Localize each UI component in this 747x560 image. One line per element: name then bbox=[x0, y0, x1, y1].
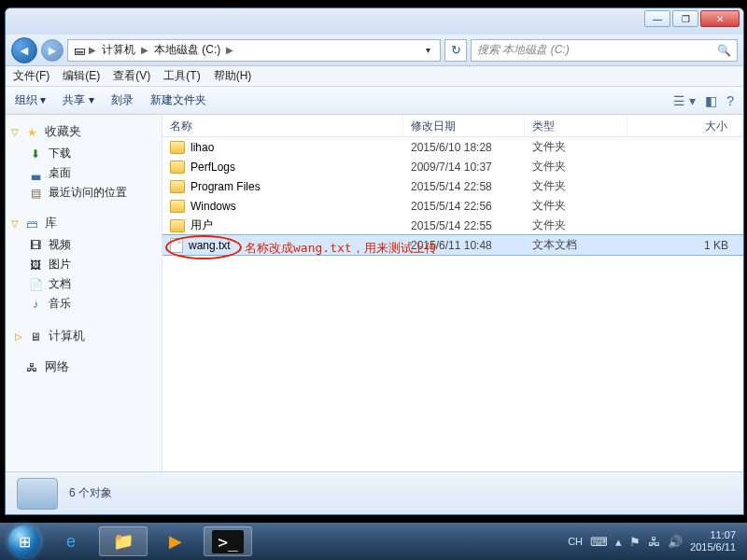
sidebar-item-recent[interactable]: ▤最近访问的位置 bbox=[11, 183, 156, 203]
search-placeholder: 搜索 本地磁盘 (C:) bbox=[477, 42, 570, 58]
chevron-right-icon: ▷ bbox=[15, 331, 22, 342]
tool-share[interactable]: 共享 ▾ bbox=[63, 92, 93, 108]
drive-glyph-icon bbox=[17, 478, 58, 510]
chevron-right-icon: ▶ bbox=[87, 45, 98, 55]
music-icon: ♪ bbox=[28, 297, 43, 312]
file-name: PerfLogs bbox=[190, 161, 235, 174]
nav-back-button[interactable]: ◄ bbox=[11, 37, 37, 63]
folder-icon bbox=[170, 219, 185, 232]
keyboard-icon[interactable]: ⌨ bbox=[590, 535, 608, 549]
menubar: 文件(F) 编辑(E) 查看(V) 工具(T) 帮助(H) bbox=[6, 66, 743, 87]
clock-date: 2015/6/11 bbox=[690, 541, 736, 553]
table-row[interactable]: lihao2015/6/10 18:28文件夹 bbox=[162, 137, 743, 157]
menu-help[interactable]: 帮助(H) bbox=[214, 68, 252, 84]
menu-tools[interactable]: 工具(T) bbox=[163, 68, 200, 84]
tool-newfolder[interactable]: 新建文件夹 bbox=[150, 92, 206, 108]
file-list: 名称 修改日期 类型 大小 lihao2015/6/10 18:28文件夹Per… bbox=[162, 115, 743, 471]
library-icon: 🗃 bbox=[24, 217, 39, 231]
breadcrumb-item[interactable]: 计算机 bbox=[98, 42, 139, 58]
preview-pane-button[interactable]: ◧ bbox=[705, 93, 717, 108]
titlebar: — ❐ ✕ bbox=[6, 8, 743, 35]
sidebar-libraries[interactable]: ▽🗃库 bbox=[11, 216, 156, 231]
system-tray: CH ⌨ ▴ ⚑ 🖧 🔊 11:07 2015/6/11 bbox=[568, 529, 741, 553]
media-icon: ▶ bbox=[169, 531, 182, 552]
folder-icon bbox=[170, 141, 185, 154]
sidebar-item-documents[interactable]: 📄文档 bbox=[11, 274, 156, 294]
sidebar-item-videos[interactable]: 🎞视频 bbox=[11, 235, 156, 255]
file-rows: lihao2015/6/10 18:28文件夹PerfLogs2009/7/14… bbox=[162, 137, 743, 471]
breadcrumb[interactable]: 🖴 ▶ 计算机 ▶ 本地磁盘 (C:) ▶ ▾ bbox=[67, 39, 441, 62]
folder-icon bbox=[170, 180, 185, 193]
col-name[interactable]: 名称 bbox=[162, 115, 403, 136]
table-row[interactable]: PerfLogs2009/7/14 10:37文件夹 bbox=[162, 157, 743, 176]
col-date[interactable]: 修改日期 bbox=[403, 115, 525, 136]
start-button[interactable] bbox=[6, 523, 43, 560]
table-row[interactable]: wang.txt2015/6/11 10:48文本文档1 KB bbox=[162, 235, 743, 255]
details-pane: 6 个对象 bbox=[6, 471, 743, 514]
folder-icon: 📁 bbox=[113, 531, 134, 552]
windows-orb-icon bbox=[8, 525, 40, 557]
refresh-button[interactable]: ↻ bbox=[444, 39, 467, 62]
sidebar-computer[interactable]: ▷🖥计算机 bbox=[11, 327, 156, 346]
minimize-button[interactable]: — bbox=[644, 10, 670, 27]
help-button[interactable]: ? bbox=[726, 93, 734, 108]
file-date: 2015/5/14 22:58 bbox=[403, 180, 525, 193]
document-icon: 📄 bbox=[28, 277, 43, 292]
volume-icon[interactable]: 🔊 bbox=[668, 535, 683, 549]
sidebar-favorites[interactable]: ▽★收藏夹 bbox=[11, 124, 156, 140]
ime-indicator[interactable]: CH bbox=[568, 536, 583, 547]
recent-icon: ▤ bbox=[28, 186, 43, 201]
col-size[interactable]: 大小 bbox=[627, 115, 743, 136]
tray-chevron-icon[interactable]: ▴ bbox=[615, 535, 622, 549]
maximize-button[interactable]: ❐ bbox=[672, 10, 698, 27]
table-row[interactable]: Program Files2015/5/14 22:58文件夹 bbox=[162, 176, 743, 196]
search-input[interactable]: 搜索 本地磁盘 (C:) 🔍 bbox=[471, 39, 738, 62]
taskbar-app-mediaplayer[interactable]: ▶ bbox=[151, 526, 200, 556]
breadcrumb-item[interactable]: 本地磁盘 (C:) bbox=[150, 42, 224, 58]
tool-organize[interactable]: 组织 ▾ bbox=[15, 92, 46, 108]
file-date: 2009/7/14 10:37 bbox=[403, 161, 525, 174]
taskbar-app-explorer[interactable]: 📁 bbox=[99, 526, 148, 556]
taskbar-app-ie[interactable]: e bbox=[47, 526, 95, 556]
sidebar-item-pictures[interactable]: 🖼图片 bbox=[11, 255, 156, 274]
breadcrumb-dropdown[interactable]: ▾ bbox=[420, 45, 436, 55]
file-date: 2015/6/11 10:48 bbox=[403, 239, 525, 252]
menu-edit[interactable]: 编辑(E) bbox=[63, 68, 100, 84]
menu-file[interactable]: 文件(F) bbox=[13, 68, 49, 84]
close-button[interactable]: ✕ bbox=[700, 10, 740, 27]
network-icon: 🖧 bbox=[24, 360, 39, 375]
sidebar-item-downloads[interactable]: ⬇下载 bbox=[11, 144, 156, 163]
file-type: 文件夹 bbox=[525, 139, 627, 155]
navbar: ◄ ► 🖴 ▶ 计算机 ▶ 本地磁盘 (C:) ▶ ▾ ↻ 搜索 本地磁盘 (C… bbox=[6, 35, 743, 66]
file-name: lihao bbox=[190, 141, 214, 154]
sidebar-item-music[interactable]: ♪音乐 bbox=[11, 294, 156, 314]
file-type: 文本文档 bbox=[525, 237, 627, 253]
file-name: 用户 bbox=[190, 217, 213, 233]
item-count: 6 个对象 bbox=[69, 485, 112, 501]
sidebar-item-desktop[interactable]: ▃桌面 bbox=[11, 163, 156, 183]
taskbar-app-cmd[interactable]: >_ bbox=[204, 526, 252, 556]
table-row[interactable]: 用户2015/5/14 22:55文件夹 bbox=[162, 216, 743, 235]
view-options-button[interactable]: ☰ ▾ bbox=[673, 93, 696, 108]
search-icon: 🔍 bbox=[717, 44, 731, 57]
file-size: 1 KB bbox=[627, 239, 743, 252]
sidebar: ▽★收藏夹 ⬇下载 ▃桌面 ▤最近访问的位置 ▽🗃库 🎞视频 🖼图片 📄文档 ♪… bbox=[6, 115, 162, 471]
star-icon: ★ bbox=[24, 125, 39, 140]
menu-view[interactable]: 查看(V) bbox=[113, 68, 150, 84]
clock[interactable]: 11:07 2015/6/11 bbox=[690, 529, 736, 553]
file-type: 文件夹 bbox=[525, 178, 627, 194]
tool-burn[interactable]: 刻录 bbox=[111, 92, 134, 108]
network-tray-icon[interactable]: 🖧 bbox=[648, 535, 660, 549]
computer-icon: 🖥 bbox=[28, 329, 43, 344]
file-icon bbox=[170, 238, 183, 253]
toolbar-right: ☰ ▾ ◧ ? bbox=[673, 93, 734, 108]
table-row[interactable]: Windows2015/5/14 22:56文件夹 bbox=[162, 196, 743, 216]
nav-forward-button[interactable]: ► bbox=[41, 39, 63, 62]
column-headers: 名称 修改日期 类型 大小 bbox=[162, 115, 743, 137]
flag-icon[interactable]: ⚑ bbox=[629, 535, 641, 549]
drive-icon: 🖴 bbox=[72, 43, 87, 58]
sidebar-network[interactable]: ▷🖧网络 bbox=[11, 359, 156, 375]
file-type: 文件夹 bbox=[525, 198, 627, 214]
chevron-right-icon: ▶ bbox=[139, 45, 150, 55]
col-type[interactable]: 类型 bbox=[525, 115, 627, 136]
